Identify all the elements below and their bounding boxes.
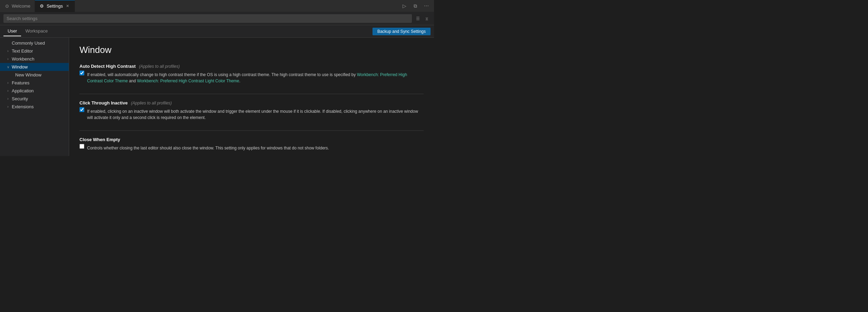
auto-detect-checkbox[interactable] xyxy=(79,71,84,75)
sidebar: Commonly Used › Text Editor › Workbench … xyxy=(0,38,69,156)
search-bar: ☰ ⧖ xyxy=(0,12,434,25)
sidebar-item-security[interactable]: › Security xyxy=(0,95,69,103)
sidebar-item-workbench[interactable]: › Workbench xyxy=(0,55,69,63)
tab-user[interactable]: User xyxy=(3,26,21,36)
close-when-empty-checkbox[interactable] xyxy=(79,144,84,149)
sidebar-item-commonly-used[interactable]: Commonly Used xyxy=(0,39,69,47)
tab-bar: ⊙ Welcome ⚙ Settings ✕ ▷ ⧉ ⋯ xyxy=(0,0,434,12)
sidebar-item-features[interactable]: › Features xyxy=(0,79,69,87)
close-settings-icon[interactable]: ✕ xyxy=(65,3,70,9)
page-title: Window xyxy=(79,45,424,55)
filter-icon[interactable]: ⧖ xyxy=(423,15,431,22)
setting-subtitle-2: (Applies to all profiles) xyxy=(131,101,172,105)
main-layout: Commonly Used › Text Editor › Workbench … xyxy=(0,38,434,156)
setting-description-3: Controls whether closing the last editor… xyxy=(87,145,329,151)
setting-title-row-3: Close When Empty xyxy=(79,137,424,142)
spacer-icon xyxy=(6,41,10,46)
split-editor-icon[interactable]: ⧉ xyxy=(411,1,420,11)
preferred-high-contrast-link[interactable]: Workbench: Preferred High Contrast Color… xyxy=(87,72,407,83)
tab-workspace[interactable]: Workspace xyxy=(21,26,52,36)
chevron-right-icon: › xyxy=(6,89,10,93)
divider-1 xyxy=(79,94,424,94)
divider-2 xyxy=(79,130,424,131)
setting-auto-detect: Auto Detect High Contrast (Applies to al… xyxy=(79,64,424,84)
setting-subtitle: (Applies to all profiles) xyxy=(139,64,180,69)
setting-title-2: Click Through Inactive xyxy=(79,100,128,105)
setting-title-row-2: Click Through Inactive (Applies to all p… xyxy=(79,100,424,105)
setting-description: If enabled, will automatically change to… xyxy=(87,72,424,84)
more-actions-icon[interactable]: ⋯ xyxy=(422,1,431,11)
sidebar-item-extensions[interactable]: › Extensions xyxy=(0,103,69,111)
settings-content: Window Auto Detect High Contrast (Applie… xyxy=(69,38,434,156)
chevron-right-icon: › xyxy=(6,49,10,54)
setting-close-when-empty: Close When Empty Controls whether closin… xyxy=(79,137,424,151)
settings-tab-group: User Workspace xyxy=(3,26,52,36)
chevron-right-icon: › xyxy=(6,81,10,85)
search-input[interactable] xyxy=(3,14,412,23)
run-icon[interactable]: ▷ xyxy=(399,1,409,11)
sidebar-item-new-window[interactable]: New Window xyxy=(0,71,69,79)
settings-tabs-bar: User Workspace Backup and Sync Settings xyxy=(0,25,434,38)
welcome-icon: ⊙ xyxy=(4,3,10,9)
settings-filter-icon[interactable]: ☰ xyxy=(414,15,422,22)
tab-bar-actions: ▷ ⧉ ⋯ xyxy=(399,1,434,11)
tab-welcome[interactable]: ⊙ Welcome xyxy=(0,0,35,12)
tab-settings[interactable]: ⚙ Settings ✕ xyxy=(35,0,75,12)
settings-icon: ⚙ xyxy=(39,3,45,9)
setting-title-3: Close When Empty xyxy=(79,137,120,142)
sidebar-item-application[interactable]: › Application xyxy=(0,87,69,95)
tab-settings-label: Settings xyxy=(47,3,63,9)
setting-click-through: Click Through Inactive (Applies to all p… xyxy=(79,100,424,121)
setting-title-row: Auto Detect High Contrast (Applies to al… xyxy=(79,64,424,69)
setting-checkbox-row: If enabled, will automatically change to… xyxy=(79,70,424,84)
setting-title: Auto Detect High Contrast xyxy=(79,64,136,69)
search-bar-icons: ☰ ⧖ xyxy=(414,15,431,22)
preferred-high-contrast-light-link[interactable]: Workbench: Preferred High Contrast Light… xyxy=(137,79,239,83)
setting-description-2: If enabled, clicking on an inactive wind… xyxy=(87,108,424,121)
backup-sync-button[interactable]: Backup and Sync Settings xyxy=(372,28,431,35)
chevron-down-icon: ∨ xyxy=(6,65,10,70)
sidebar-item-text-editor[interactable]: › Text Editor xyxy=(0,47,69,55)
chevron-right-icon: › xyxy=(6,104,10,109)
chevron-right-icon: › xyxy=(6,97,10,101)
chevron-right-icon: › xyxy=(6,57,10,62)
setting-checkbox-row-2: If enabled, clicking on an inactive wind… xyxy=(79,107,424,121)
setting-checkbox-row-3: Controls whether closing the last editor… xyxy=(79,144,424,151)
click-through-checkbox[interactable] xyxy=(79,107,84,112)
sidebar-item-window[interactable]: ∨ Window xyxy=(0,63,69,71)
tab-welcome-label: Welcome xyxy=(12,3,30,9)
